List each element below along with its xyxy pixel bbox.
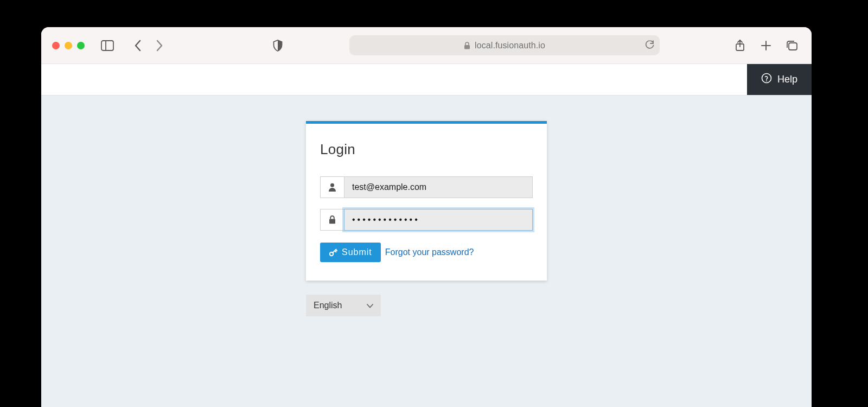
back-button[interactable]	[129, 37, 146, 54]
close-window-button[interactable]	[52, 42, 60, 49]
browser-toolbar: local.fusionauth.io	[41, 27, 812, 64]
svg-point-10	[330, 183, 334, 187]
email-field[interactable]	[344, 176, 533, 198]
svg-rect-2	[464, 45, 470, 49]
email-field-group	[320, 176, 533, 198]
submit-button[interactable]: Submit	[320, 243, 381, 262]
forgot-password-link[interactable]: Forgot your password?	[385, 247, 474, 257]
page-content: Login	[41, 96, 812, 407]
password-field[interactable]	[344, 209, 533, 231]
submit-label: Submit	[342, 247, 372, 257]
window-controls	[52, 42, 85, 49]
language-selected: English	[314, 301, 342, 310]
help-button[interactable]: Help	[747, 64, 812, 95]
svg-rect-0	[101, 41, 113, 50]
key-icon	[329, 248, 337, 257]
address-bar[interactable]: local.fusionauth.io	[349, 35, 660, 55]
sidebar-toggle-icon[interactable]	[99, 37, 116, 54]
forward-button[interactable]	[151, 37, 168, 54]
share-icon[interactable]	[731, 37, 749, 54]
app-header: Help	[41, 64, 812, 96]
help-icon	[761, 73, 772, 86]
svg-rect-11	[329, 219, 335, 224]
lock-icon	[464, 42, 470, 49]
svg-point-9	[766, 80, 767, 81]
lock-icon	[320, 209, 344, 231]
login-card: Login	[306, 121, 547, 281]
chevron-down-icon	[367, 301, 373, 310]
login-title: Login	[320, 141, 533, 158]
user-icon	[320, 176, 344, 198]
minimize-window-button[interactable]	[65, 42, 72, 49]
svg-rect-7	[789, 43, 797, 50]
reload-icon[interactable]	[645, 40, 654, 50]
address-bar-text: local.fusionauth.io	[475, 41, 545, 50]
fullscreen-window-button[interactable]	[77, 42, 85, 49]
tabs-overview-icon[interactable]	[783, 37, 801, 54]
browser-window: local.fusionauth.io	[41, 27, 812, 407]
help-label: Help	[777, 74, 797, 85]
svg-point-8	[762, 74, 771, 83]
new-tab-icon[interactable]	[757, 37, 775, 54]
shield-icon[interactable]	[269, 37, 286, 54]
password-field-group	[320, 209, 533, 231]
language-select[interactable]: English	[306, 295, 381, 316]
